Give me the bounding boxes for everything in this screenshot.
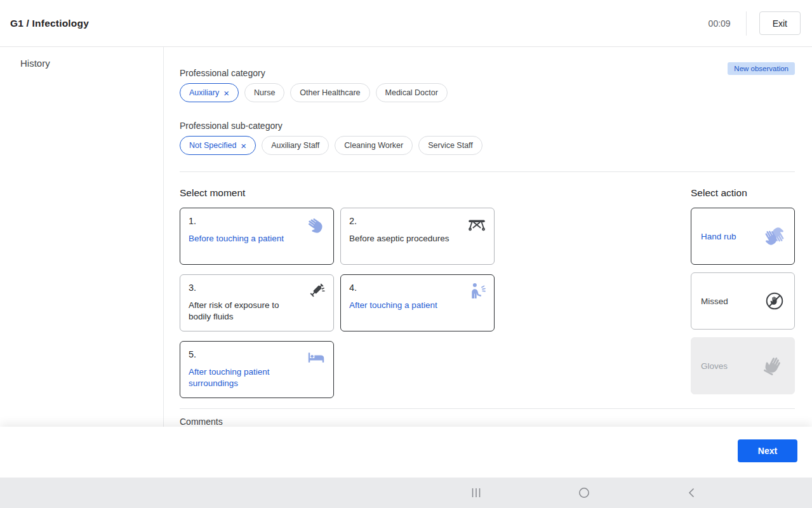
action-label: Hand rub: [701, 232, 736, 241]
action-card-hand-rub[interactable]: Hand rub: [691, 208, 795, 265]
remove-chip-icon[interactable]: ×: [241, 141, 246, 150]
chip-not-specified[interactable]: Not Specified ×: [180, 136, 256, 155]
bed-icon: [305, 348, 327, 367]
chip-label: Cleaning Worker: [344, 141, 403, 150]
chip-label: Service Staff: [428, 141, 473, 150]
moment-card-5[interactable]: 5. After touching patient surroundings: [180, 341, 334, 398]
chip-nurse[interactable]: Nurse: [244, 83, 284, 102]
professional-sub-category-chips: Not Specified × Auxiliary Staff Cleaning…: [180, 136, 795, 155]
missed-icon: [763, 291, 786, 311]
moment-card-4[interactable]: 4. After touching a patient: [340, 274, 495, 331]
chip-label: Auxiliary: [189, 88, 219, 97]
chip-other-healthcare[interactable]: Other Healthcare: [290, 83, 369, 102]
select-action-heading: Select action: [691, 187, 795, 199]
page-body: History New observation Professional cat…: [0, 47, 812, 427]
chip-service-staff[interactable]: Service Staff: [418, 136, 483, 155]
divider: [746, 11, 747, 36]
action-label: Gloves: [701, 361, 728, 371]
moment-grid: 1. Before touching a patient 2. Before a…: [180, 208, 495, 398]
chip-label: Medical Doctor: [385, 88, 438, 97]
moment-label: Before aseptic procedures: [349, 233, 486, 244]
chip-label: Not Specified: [189, 141, 236, 150]
next-button[interactable]: Next: [738, 439, 797, 462]
action-label: Missed: [701, 297, 728, 306]
app-root: G1 / Infectiology 00:09 Exit History New…: [0, 0, 812, 508]
gloves-icon: [763, 356, 786, 376]
select-action-section: Select action Hand rub Missed Gloves: [691, 187, 795, 398]
back-icon[interactable]: [686, 486, 698, 499]
footer-bar: Next: [0, 427, 812, 478]
chip-label: Nurse: [254, 88, 275, 97]
moment-label: After touching patient surroundings: [189, 366, 326, 389]
aseptic-icon: [466, 215, 488, 234]
page-title: G1 / Infectiology: [10, 18, 89, 29]
touch-patient-icon: [466, 281, 488, 300]
select-moment-heading: Select moment: [180, 187, 495, 199]
syringe-icon: [305, 281, 327, 300]
home-icon[interactable]: [578, 486, 590, 499]
moment-label: After touching a patient: [349, 300, 486, 311]
moment-label: After risk of exposure to bodily fluids: [189, 300, 326, 322]
chip-label: Auxiliary Staff: [271, 141, 319, 150]
professional-category-label: Professional category: [180, 68, 795, 78]
recents-icon[interactable]: [470, 486, 483, 499]
moment-label: Before touching a patient: [189, 233, 326, 244]
divider: [180, 408, 795, 409]
select-moment-section: Select moment 1. Before touching a patie…: [180, 187, 495, 398]
android-nav-bar: [0, 478, 812, 508]
chip-auxiliary-staff[interactable]: Auxiliary Staff: [262, 136, 329, 155]
moment-card-2[interactable]: 2. Before aseptic procedures: [340, 208, 495, 265]
history-label: History: [20, 58, 163, 69]
main-content: New observation Professional category Au…: [164, 47, 812, 427]
hand-rub-icon: [763, 226, 786, 246]
action-card-gloves: Gloves: [691, 337, 795, 394]
hand-patient-icon: [305, 215, 327, 234]
history-sidebar: History: [0, 47, 164, 427]
moment-card-1[interactable]: 1. Before touching a patient: [180, 208, 334, 265]
comments-label: Comments: [180, 417, 795, 427]
chip-label: Other Healthcare: [300, 88, 360, 97]
chip-cleaning-worker[interactable]: Cleaning Worker: [335, 136, 413, 155]
chip-medical-doctor[interactable]: Medical Doctor: [376, 83, 448, 102]
action-card-missed[interactable]: Missed: [691, 272, 795, 330]
top-bar: G1 / Infectiology 00:09 Exit: [0, 0, 812, 47]
exit-button[interactable]: Exit: [759, 11, 801, 35]
status-badge: New observation: [728, 62, 795, 75]
selection-columns: Select moment 1. Before touching a patie…: [180, 187, 795, 398]
professional-sub-category-label: Professional sub-category: [180, 121, 795, 131]
professional-category-chips: Auxiliary × Nurse Other Healthcare Medic…: [180, 83, 795, 102]
chip-auxiliary[interactable]: Auxiliary ×: [180, 83, 239, 102]
timer: 00:09: [709, 18, 731, 29]
divider: [180, 171, 795, 172]
top-bar-right: 00:09 Exit: [709, 11, 801, 36]
moment-card-3[interactable]: 3. After risk of exposure to bodily flui…: [180, 274, 334, 331]
remove-chip-icon[interactable]: ×: [223, 88, 229, 98]
